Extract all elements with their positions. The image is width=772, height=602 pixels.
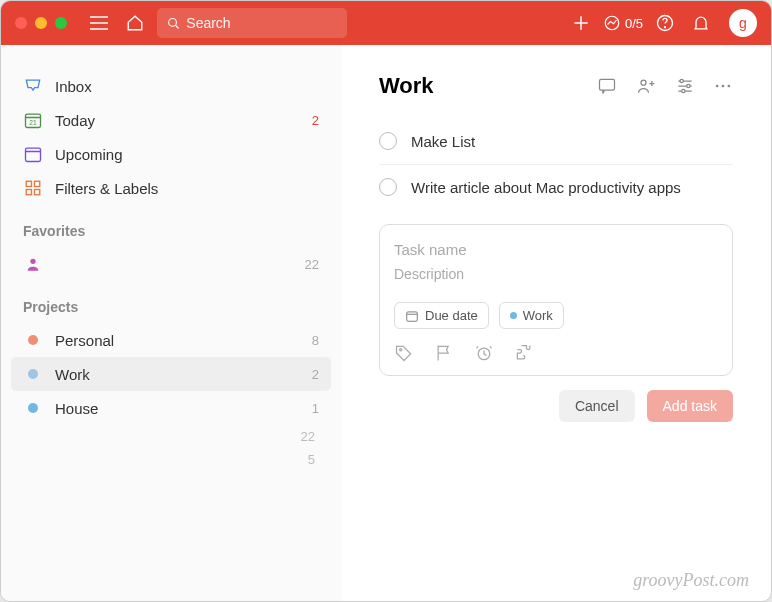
sidebar-label: Inbox bbox=[55, 78, 319, 95]
task-title: Write article about Mac productivity app… bbox=[411, 177, 681, 198]
svg-point-30 bbox=[680, 79, 683, 82]
label-icon[interactable] bbox=[394, 343, 414, 363]
project-color-dot bbox=[510, 312, 517, 319]
sidebar-section-favorites: Favorites bbox=[11, 205, 331, 247]
add-task-button[interactable]: Add task bbox=[647, 390, 733, 422]
chip-label: Due date bbox=[425, 308, 478, 323]
svg-point-22 bbox=[30, 259, 35, 264]
svg-point-9 bbox=[665, 27, 666, 28]
project-color-dot bbox=[28, 335, 38, 345]
search-icon bbox=[167, 16, 180, 31]
svg-rect-23 bbox=[600, 79, 615, 90]
sidebar-label: Filters & Labels bbox=[55, 180, 319, 197]
calendar-icon bbox=[405, 309, 419, 323]
search-input[interactable] bbox=[186, 15, 337, 31]
share-icon[interactable] bbox=[635, 76, 657, 96]
chip-label: Work bbox=[523, 308, 553, 323]
productivity-button[interactable]: 0/5 bbox=[603, 14, 643, 32]
sidebar: Inbox 21 Today 2 Upcoming Filters & Labe… bbox=[1, 45, 341, 601]
window-controls bbox=[15, 17, 67, 29]
sidebar-favorite-item[interactable]: 22 bbox=[11, 247, 331, 281]
sidebar-project-personal[interactable]: Personal 8 bbox=[11, 323, 331, 357]
sidebar-label: House bbox=[55, 400, 300, 417]
close-window-button[interactable] bbox=[15, 17, 27, 29]
watermark: groovyPost.com bbox=[633, 570, 749, 591]
maximize-window-button[interactable] bbox=[55, 17, 67, 29]
titlebar: 0/5 g bbox=[1, 1, 771, 45]
svg-line-4 bbox=[175, 25, 178, 28]
svg-text:21: 21 bbox=[29, 119, 37, 126]
more-icon[interactable] bbox=[713, 76, 733, 96]
task-item[interactable]: Make List bbox=[379, 119, 733, 165]
svg-point-32 bbox=[682, 89, 685, 92]
today-icon: 21 bbox=[23, 110, 43, 130]
main-panel: Work Make List Write article about Mac p… bbox=[341, 45, 771, 601]
avatar[interactable]: g bbox=[729, 9, 757, 37]
project-chip[interactable]: Work bbox=[499, 302, 564, 329]
sidebar-item-inbox[interactable]: Inbox bbox=[11, 69, 331, 103]
sidebar-section-projects: Projects bbox=[11, 281, 331, 323]
svg-point-34 bbox=[722, 85, 725, 88]
notifications-icon[interactable] bbox=[687, 9, 715, 37]
sidebar-item-today[interactable]: 21 Today 2 bbox=[11, 103, 331, 137]
svg-rect-19 bbox=[35, 181, 40, 186]
home-icon[interactable] bbox=[121, 9, 149, 37]
sidebar-label: Work bbox=[55, 366, 300, 383]
task-checkbox[interactable] bbox=[379, 178, 397, 196]
sidebar-count: 8 bbox=[312, 333, 319, 348]
sidebar-count: 22 bbox=[305, 257, 319, 272]
svg-point-3 bbox=[169, 18, 177, 26]
app-window: 0/5 g Inbox 21 Today 2 Upcoming Filters … bbox=[0, 0, 772, 602]
minimize-window-button[interactable] bbox=[35, 17, 47, 29]
svg-point-24 bbox=[641, 80, 646, 85]
productivity-count: 0/5 bbox=[625, 16, 643, 31]
svg-rect-21 bbox=[35, 190, 40, 195]
extension-icon[interactable] bbox=[514, 343, 534, 363]
task-name-input[interactable] bbox=[394, 237, 718, 262]
menu-icon[interactable] bbox=[85, 9, 113, 37]
sidebar-count: 2 bbox=[312, 367, 319, 382]
productivity-icon bbox=[603, 14, 621, 32]
add-task-icon[interactable] bbox=[567, 9, 595, 37]
svg-point-35 bbox=[728, 85, 731, 88]
project-color-dot bbox=[28, 369, 38, 379]
task-item[interactable]: Write article about Mac productivity app… bbox=[379, 165, 733, 210]
sidebar-count: 2 bbox=[312, 113, 319, 128]
sidebar-label: Upcoming bbox=[55, 146, 319, 163]
svg-rect-13 bbox=[26, 148, 41, 161]
svg-rect-36 bbox=[407, 311, 418, 320]
reminder-icon[interactable] bbox=[474, 343, 494, 363]
task-checkbox[interactable] bbox=[379, 132, 397, 150]
sidebar-label: Personal bbox=[55, 332, 300, 349]
sidebar-item-filters-labels[interactable]: Filters & Labels bbox=[11, 171, 331, 205]
task-composer: Due date Work bbox=[379, 224, 733, 376]
sidebar-tally: 22 bbox=[11, 425, 331, 448]
svg-point-31 bbox=[687, 84, 690, 87]
due-date-chip[interactable]: Due date bbox=[394, 302, 489, 329]
sidebar-item-upcoming[interactable]: Upcoming bbox=[11, 137, 331, 171]
upcoming-icon bbox=[23, 144, 43, 164]
task-title: Make List bbox=[411, 131, 475, 152]
svg-point-38 bbox=[400, 349, 402, 351]
person-icon bbox=[23, 254, 43, 274]
inbox-icon bbox=[23, 76, 43, 96]
svg-rect-18 bbox=[26, 181, 31, 186]
svg-point-33 bbox=[716, 85, 719, 88]
grid-icon bbox=[23, 178, 43, 198]
page-title: Work bbox=[379, 73, 597, 99]
priority-flag-icon[interactable] bbox=[434, 343, 454, 363]
sidebar-project-work[interactable]: Work 2 bbox=[11, 357, 331, 391]
sidebar-count: 1 bbox=[312, 401, 319, 416]
project-color-dot bbox=[28, 403, 38, 413]
task-description-input[interactable] bbox=[394, 262, 718, 286]
help-icon[interactable] bbox=[651, 9, 679, 37]
cancel-button[interactable]: Cancel bbox=[559, 390, 635, 422]
sidebar-project-house[interactable]: House 1 bbox=[11, 391, 331, 425]
sidebar-label: Today bbox=[55, 112, 300, 129]
search-box[interactable] bbox=[157, 8, 347, 38]
view-options-icon[interactable] bbox=[675, 76, 695, 96]
comments-icon[interactable] bbox=[597, 76, 617, 96]
svg-rect-20 bbox=[26, 190, 31, 195]
sidebar-tally: 5 bbox=[11, 448, 331, 471]
